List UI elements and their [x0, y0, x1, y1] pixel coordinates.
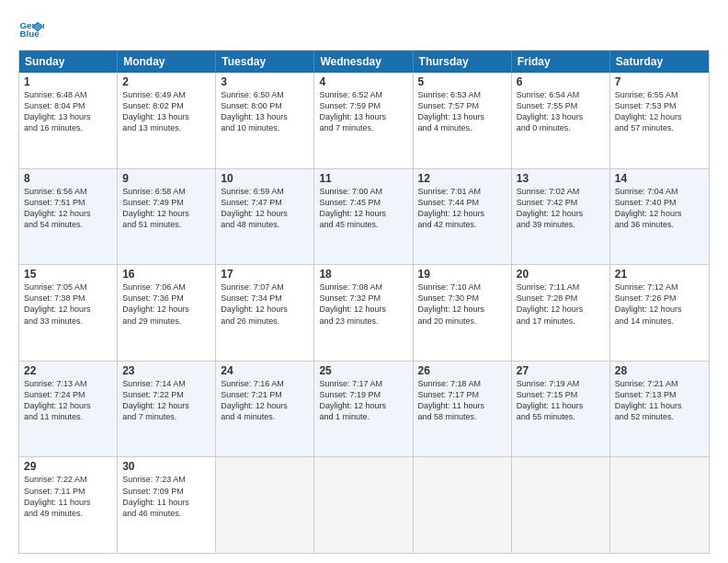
day-number: 6 — [517, 75, 605, 88]
day-number: 19 — [418, 268, 506, 281]
calendar-cell: 17Sunrise: 7:07 AMSunset: 7:34 PMDayligh… — [216, 265, 314, 361]
calendar-cell — [512, 457, 610, 553]
day-number: 14 — [615, 172, 704, 185]
calendar-cell: 22Sunrise: 7:13 AMSunset: 7:24 PMDayligh… — [19, 362, 118, 457]
day-number: 18 — [319, 268, 407, 281]
calendar-row: 29Sunrise: 7:22 AMSunset: 7:11 PMDayligh… — [19, 456, 709, 553]
day-number: 11 — [319, 172, 407, 185]
calendar-cell: 14Sunrise: 7:04 AMSunset: 7:40 PMDayligh… — [610, 169, 709, 265]
calendar-cell: 12Sunrise: 7:01 AMSunset: 7:44 PMDayligh… — [414, 169, 512, 265]
header-cell-thursday: Thursday — [414, 51, 512, 73]
logo: General Blue — [18, 17, 50, 42]
day-number: 26 — [418, 364, 506, 377]
calendar-cell — [610, 457, 709, 553]
day-info: Sunrise: 7:17 AMSunset: 7:19 PMDaylight:… — [319, 378, 407, 423]
day-info: Sunrise: 7:10 AMSunset: 7:30 PMDaylight:… — [418, 282, 506, 327]
header-cell-saturday: Saturday — [610, 51, 709, 73]
calendar-cell: 2Sunrise: 6:49 AMSunset: 8:02 PMDaylight… — [118, 73, 216, 168]
header-cell-sunday: Sunday — [19, 51, 118, 73]
calendar-cell: 20Sunrise: 7:11 AMSunset: 7:28 PMDayligh… — [512, 265, 610, 361]
day-number: 24 — [221, 364, 309, 377]
day-number: 3 — [221, 75, 309, 88]
day-number: 4 — [319, 75, 407, 88]
header-cell-monday: Monday — [118, 51, 216, 73]
day-number: 25 — [319, 364, 407, 377]
day-info: Sunrise: 7:07 AMSunset: 7:34 PMDaylight:… — [221, 282, 309, 327]
calendar-cell: 5Sunrise: 6:53 AMSunset: 7:57 PMDaylight… — [414, 73, 512, 168]
calendar-cell: 28Sunrise: 7:21 AMSunset: 7:13 PMDayligh… — [610, 362, 709, 457]
day-info: Sunrise: 7:00 AMSunset: 7:45 PMDaylight:… — [319, 186, 407, 231]
day-info: Sunrise: 7:23 AMSunset: 7:09 PMDaylight:… — [122, 474, 210, 519]
calendar-cell: 26Sunrise: 7:18 AMSunset: 7:17 PMDayligh… — [414, 362, 512, 457]
day-info: Sunrise: 7:02 AMSunset: 7:42 PMDaylight:… — [517, 186, 605, 231]
day-info: Sunrise: 7:21 AMSunset: 7:13 PMDaylight:… — [615, 378, 704, 423]
calendar-cell: 3Sunrise: 6:50 AMSunset: 8:00 PMDaylight… — [216, 73, 314, 168]
calendar-cell: 1Sunrise: 6:48 AMSunset: 8:04 PMDaylight… — [19, 73, 118, 168]
calendar-cell: 27Sunrise: 7:19 AMSunset: 7:15 PMDayligh… — [512, 362, 610, 457]
day-number: 27 — [517, 364, 605, 377]
day-number: 28 — [615, 364, 704, 377]
day-info: Sunrise: 6:53 AMSunset: 7:57 PMDaylight:… — [418, 89, 506, 134]
day-info: Sunrise: 7:01 AMSunset: 7:44 PMDaylight:… — [418, 186, 506, 231]
day-info: Sunrise: 6:49 AMSunset: 8:02 PMDaylight:… — [122, 89, 210, 134]
day-number: 22 — [24, 364, 112, 377]
calendar-row: 15Sunrise: 7:05 AMSunset: 7:38 PMDayligh… — [19, 264, 709, 361]
day-info: Sunrise: 7:18 AMSunset: 7:17 PMDaylight:… — [418, 378, 506, 423]
calendar-row: 1Sunrise: 6:48 AMSunset: 8:04 PMDaylight… — [19, 73, 709, 168]
calendar-cell: 15Sunrise: 7:05 AMSunset: 7:38 PMDayligh… — [19, 265, 118, 361]
page-header: General Blue — [18, 17, 710, 42]
calendar-cell: 29Sunrise: 7:22 AMSunset: 7:11 PMDayligh… — [19, 457, 118, 553]
day-number: 9 — [122, 172, 210, 185]
header-cell-friday: Friday — [512, 51, 610, 73]
day-number: 15 — [24, 268, 112, 281]
calendar-header: SundayMondayTuesdayWednesdayThursdayFrid… — [19, 51, 709, 73]
day-number: 23 — [122, 364, 210, 377]
day-info: Sunrise: 7:16 AMSunset: 7:21 PMDaylight:… — [221, 378, 309, 423]
day-number: 13 — [517, 172, 605, 185]
calendar-cell — [314, 457, 413, 553]
calendar-cell: 9Sunrise: 6:58 AMSunset: 7:49 PMDaylight… — [118, 169, 216, 265]
calendar-cell: 7Sunrise: 6:55 AMSunset: 7:53 PMDaylight… — [610, 73, 709, 168]
calendar-cell — [216, 457, 314, 553]
day-info: Sunrise: 6:55 AMSunset: 7:53 PMDaylight:… — [615, 89, 704, 134]
day-info: Sunrise: 7:04 AMSunset: 7:40 PMDaylight:… — [615, 186, 704, 231]
calendar-row: 8Sunrise: 6:56 AMSunset: 7:51 PMDaylight… — [19, 168, 709, 265]
calendar-cell: 30Sunrise: 7:23 AMSunset: 7:09 PMDayligh… — [118, 457, 216, 553]
day-info: Sunrise: 6:58 AMSunset: 7:49 PMDaylight:… — [122, 186, 210, 231]
day-info: Sunrise: 6:56 AMSunset: 7:51 PMDaylight:… — [24, 186, 112, 231]
calendar: SundayMondayTuesdayWednesdayThursdayFrid… — [18, 50, 710, 554]
day-info: Sunrise: 7:08 AMSunset: 7:32 PMDaylight:… — [319, 282, 407, 327]
calendar-cell: 13Sunrise: 7:02 AMSunset: 7:42 PMDayligh… — [512, 169, 610, 265]
day-number: 17 — [221, 268, 309, 281]
day-number: 20 — [517, 268, 605, 281]
day-number: 5 — [418, 75, 506, 88]
day-info: Sunrise: 6:52 AMSunset: 7:59 PMDaylight:… — [319, 89, 407, 134]
logo-icon: General Blue — [18, 17, 44, 42]
day-number: 30 — [122, 460, 210, 473]
day-info: Sunrise: 6:48 AMSunset: 8:04 PMDaylight:… — [24, 89, 112, 134]
day-info: Sunrise: 6:59 AMSunset: 7:47 PMDaylight:… — [221, 186, 309, 231]
day-info: Sunrise: 7:05 AMSunset: 7:38 PMDaylight:… — [24, 282, 112, 327]
calendar-cell: 4Sunrise: 6:52 AMSunset: 7:59 PMDaylight… — [314, 73, 413, 168]
day-info: Sunrise: 6:54 AMSunset: 7:55 PMDaylight:… — [517, 89, 605, 134]
day-number: 16 — [122, 268, 210, 281]
calendar-cell: 23Sunrise: 7:14 AMSunset: 7:22 PMDayligh… — [118, 362, 216, 457]
calendar-cell: 21Sunrise: 7:12 AMSunset: 7:26 PMDayligh… — [610, 265, 709, 361]
calendar-cell: 25Sunrise: 7:17 AMSunset: 7:19 PMDayligh… — [314, 362, 413, 457]
calendar-cell: 11Sunrise: 7:00 AMSunset: 7:45 PMDayligh… — [314, 169, 413, 265]
calendar-cell: 24Sunrise: 7:16 AMSunset: 7:21 PMDayligh… — [216, 362, 314, 457]
day-number: 2 — [122, 75, 210, 88]
day-info: Sunrise: 7:19 AMSunset: 7:15 PMDaylight:… — [517, 378, 605, 423]
day-info: Sunrise: 7:06 AMSunset: 7:36 PMDaylight:… — [122, 282, 210, 327]
day-number: 8 — [24, 172, 112, 185]
calendar-cell — [414, 457, 512, 553]
day-number: 1 — [24, 75, 112, 88]
day-number: 10 — [221, 172, 309, 185]
day-number: 29 — [24, 460, 112, 473]
calendar-cell: 6Sunrise: 6:54 AMSunset: 7:55 PMDaylight… — [512, 73, 610, 168]
day-info: Sunrise: 7:11 AMSunset: 7:28 PMDaylight:… — [517, 282, 605, 327]
calendar-body: 1Sunrise: 6:48 AMSunset: 8:04 PMDaylight… — [19, 73, 709, 553]
header-cell-tuesday: Tuesday — [216, 51, 314, 73]
calendar-cell: 18Sunrise: 7:08 AMSunset: 7:32 PMDayligh… — [314, 265, 413, 361]
day-info: Sunrise: 7:12 AMSunset: 7:26 PMDaylight:… — [615, 282, 704, 327]
